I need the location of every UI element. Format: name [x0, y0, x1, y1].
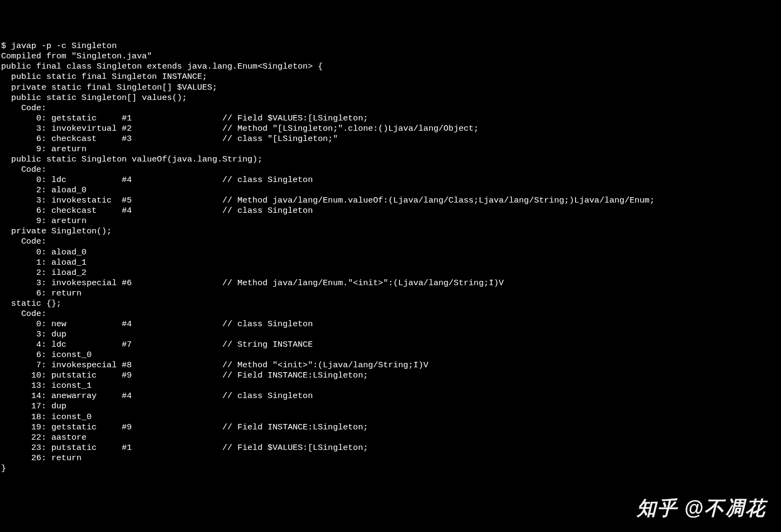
code-line: 18: iconst_0 — [1, 412, 780, 422]
code-line: private Singleton(); — [1, 226, 780, 237]
code-line: 6: checkcast #3 // class "[LSingleton;" — [1, 134, 780, 144]
code-line: private static final Singleton[] $VALUES… — [1, 83, 780, 93]
code-line: 0: getstatic #1 // Field $VALUES:[LSingl… — [1, 113, 780, 124]
code-line: Compiled from "Singleton.java" — [1, 51, 780, 62]
code-line: 13: iconst_1 — [1, 381, 780, 391]
code-line: } — [1, 463, 780, 474]
code-line: Code: — [1, 309, 780, 319]
code-line: 14: anewarray #4 // class Singleton — [1, 391, 780, 401]
code-line: 3: invokevirtual #2 // Method "[LSinglet… — [1, 124, 780, 134]
code-line: 23: putstatic #1 // Field $VALUES:[LSing… — [1, 443, 780, 453]
code-line: 3: invokestatic #5 // Method java/lang/E… — [1, 196, 780, 206]
code-line: 0: aload_0 — [1, 247, 780, 258]
code-line: 0: ldc #4 // class Singleton — [1, 175, 780, 185]
code-line: Code: — [1, 237, 780, 247]
code-line: 6: return — [1, 288, 780, 299]
code-line: 26: return — [1, 453, 780, 463]
code-line: 6: checkcast #4 // class Singleton — [1, 206, 780, 216]
code-line: Code: — [1, 165, 780, 175]
code-line: 2: aload_0 — [1, 185, 780, 196]
code-line: 3: invokespecial #6 // Method java/lang/… — [1, 278, 780, 288]
code-line: public static Singleton[] values(); — [1, 93, 780, 103]
code-line: 17: dup — [1, 401, 780, 412]
code-line: 19: getstatic #9 // Field INSTANCE:LSing… — [1, 422, 780, 433]
code-line: 1: aload_1 — [1, 258, 780, 268]
code-line: 6: iconst_0 — [1, 350, 780, 360]
code-line: 7: invokespecial #8 // Method "<init>":(… — [1, 360, 780, 371]
code-line: public final class Singleton extends jav… — [1, 62, 780, 72]
watermark-text: 知乎 @不凋花 — [637, 496, 766, 520]
terminal-output: $ javap -p -c SingletonCompiled from "Si… — [0, 41, 781, 474]
code-line: 3: dup — [1, 329, 780, 340]
code-line: 2: iload_2 — [1, 268, 780, 278]
code-line: $ javap -p -c Singleton — [1, 41, 780, 51]
code-line: Code: — [1, 103, 780, 113]
code-line: static {}; — [1, 299, 780, 309]
code-line: 10: putstatic #9 // Field INSTANCE:LSing… — [1, 371, 780, 381]
code-line: 22: aastore — [1, 433, 780, 443]
code-line: 0: new #4 // class Singleton — [1, 319, 780, 329]
code-line: 4: ldc #7 // String INSTANCE — [1, 340, 780, 350]
code-line: public static final Singleton INSTANCE; — [1, 72, 780, 82]
code-line: public static Singleton valueOf(java.lan… — [1, 154, 780, 165]
code-line: 9: areturn — [1, 144, 780, 154]
code-line: 9: areturn — [1, 216, 780, 226]
